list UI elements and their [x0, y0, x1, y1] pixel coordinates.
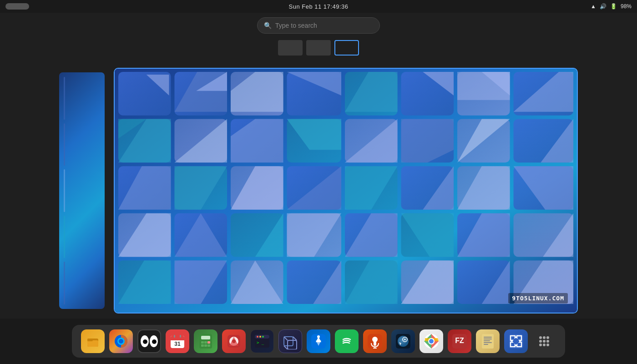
dock: 31 [0, 318, 637, 364]
svg-point-112 [232, 339, 236, 343]
svg-rect-145 [484, 337, 492, 338]
wallpaper-svg [115, 69, 577, 313]
dock-icon-firefox[interactable] [109, 329, 133, 353]
svg-text:FZ: FZ [455, 337, 464, 344]
svg-point-116 [259, 336, 261, 338]
svg-point-153 [546, 336, 549, 339]
top-bar-left [5, 3, 29, 10]
svg-rect-100 [174, 335, 175, 338]
dock-icon-steam[interactable] [391, 329, 415, 353]
workspace-tab-1[interactable] [278, 40, 303, 56]
svg-text:31: 31 [174, 341, 181, 347]
svg-text:> _: > _ [257, 340, 264, 345]
volume-icon: 🔊 [600, 3, 607, 10]
dock-icon-spotify[interactable] [335, 329, 359, 353]
svg-rect-86 [87, 339, 93, 341]
watermark: 9TO5LINUX.COM [508, 293, 568, 303]
dock-icon-appcenter[interactable] [307, 329, 330, 353]
wallpaper-left [59, 72, 105, 309]
datetime-text: Sun Feb 11 17:49:36 [289, 3, 349, 10]
dock-icon-gpodder[interactable] [363, 329, 387, 353]
svg-point-156 [546, 340, 549, 343]
search-input[interactable] [275, 22, 366, 29]
workspace-switcher [278, 40, 359, 56]
svg-rect-149 [484, 344, 488, 345]
svg-point-115 [257, 336, 258, 338]
dock-icon-puzzle[interactable] [504, 329, 528, 353]
svg-rect-98 [171, 339, 184, 340]
svg-rect-108 [204, 344, 207, 347]
dock-inner: 31 [72, 325, 565, 358]
dock-icon-show-apps[interactable] [532, 329, 556, 353]
dock-icon-terminal[interactable]: > _ [250, 329, 274, 353]
workspace-preview-left[interactable] [59, 72, 105, 309]
workspace-tab-2[interactable] [306, 40, 331, 56]
svg-rect-148 [484, 342, 492, 343]
system-tray: ▲ 🔊 🔋 98% [591, 3, 632, 10]
svg-rect-103 [201, 336, 210, 339]
svg-rect-133 [373, 348, 377, 349]
wifi-icon: ▲ [591, 3, 596, 10]
dock-icon-document-reader[interactable] [476, 329, 500, 353]
svg-point-155 [543, 340, 546, 343]
svg-point-154 [539, 340, 542, 343]
svg-point-141 [429, 339, 434, 344]
dock-icon-xeyes[interactable] [137, 329, 161, 353]
svg-point-137 [404, 339, 406, 340]
window-controls [5, 3, 29, 10]
dock-icon-files[interactable] [81, 329, 105, 353]
datetime-display: Sun Feb 11 17:49:36 [289, 3, 349, 10]
dock-icon-chrome[interactable] [420, 329, 443, 353]
svg-point-127 [317, 335, 320, 338]
svg-rect-85 [87, 340, 98, 347]
svg-point-95 [154, 340, 156, 342]
svg-rect-107 [201, 344, 204, 347]
svg-rect-131 [374, 341, 376, 346]
dock-icon-filezilla[interactable]: FZ [448, 329, 471, 353]
svg-point-89 [119, 339, 123, 344]
svg-rect-146 [484, 339, 492, 339]
svg-point-151 [539, 336, 542, 339]
dock-icon-calculator[interactable] [194, 329, 217, 353]
svg-line-123 [284, 346, 288, 349]
workspaces-container: 9TO5LINUX.COM [0, 63, 637, 318]
svg-rect-109 [207, 344, 210, 347]
battery-icon: 🔋 [610, 3, 617, 10]
wallpaper-main: 9TO5LINUX.COM [115, 69, 577, 313]
svg-point-157 [539, 344, 542, 346]
dock-icon-calendar[interactable]: 31 [166, 329, 189, 353]
svg-rect-120 [288, 340, 297, 349]
svg-point-117 [262, 336, 264, 338]
battery-percent: 98% [621, 3, 632, 10]
activities-overlay: 🔍 [0, 13, 637, 318]
svg-point-159 [546, 344, 549, 346]
svg-line-122 [293, 337, 297, 340]
dock-icon-gnome-boxes[interactable] [278, 329, 302, 353]
workspace-tab-3[interactable] [334, 40, 359, 56]
top-bar: Sun Feb 11 17:49:36 ▲ 🔊 🔋 98% [0, 0, 637, 13]
svg-point-94 [145, 340, 147, 342]
dock-icon-pinta[interactable] [222, 329, 246, 353]
svg-point-128 [339, 334, 354, 349]
svg-rect-106 [207, 341, 210, 344]
search-container: 🔍 [257, 17, 380, 34]
workspace-main[interactable]: 9TO5LINUX.COM [114, 68, 578, 313]
watermark-text: 9TO5LINUX.COM [512, 295, 564, 302]
svg-point-158 [543, 344, 546, 346]
svg-rect-104 [201, 341, 204, 344]
svg-rect-105 [204, 341, 207, 344]
svg-line-121 [284, 337, 288, 340]
svg-point-152 [543, 336, 546, 339]
svg-rect-101 [180, 335, 181, 338]
search-bar[interactable]: 🔍 [257, 17, 380, 34]
svg-rect-147 [484, 340, 490, 341]
search-icon: 🔍 [264, 22, 272, 29]
